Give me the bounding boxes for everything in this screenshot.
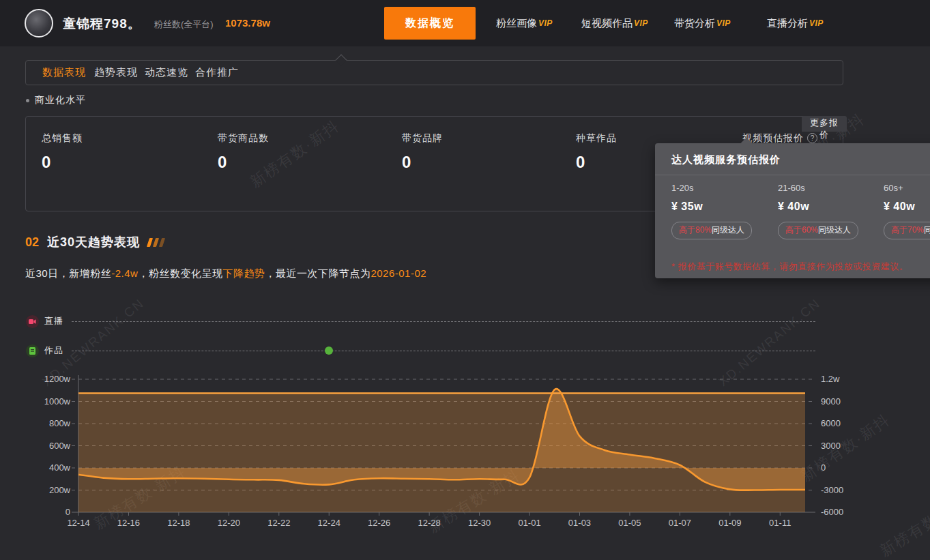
y-axis-right-label: 9000 bbox=[821, 396, 841, 407]
nav-item-short-videos[interactable]: 短视频作品VIP bbox=[581, 0, 648, 46]
slashes-icon bbox=[148, 238, 166, 247]
trend-section-header: 02 近30天趋势表现 bbox=[25, 235, 166, 250]
timeline-row-works: 作品 bbox=[26, 344, 63, 357]
stat-label: 总销售额 bbox=[42, 132, 83, 145]
price-value: ¥ 40w bbox=[884, 201, 930, 213]
stat-value: 0 bbox=[218, 153, 269, 172]
commerce-section-header: 商业化水平 bbox=[26, 94, 86, 106]
x-axis-label: 12-26 bbox=[359, 518, 400, 528]
price-value: ¥ 40w bbox=[778, 201, 880, 213]
timeline-row-live: 直播 bbox=[26, 314, 63, 328]
y-axis-right-label: -3000 bbox=[821, 485, 843, 495]
peer-comparison-badge: 高于60%同级达人 bbox=[778, 222, 858, 239]
nav-label: 短视频作品 bbox=[581, 17, 633, 30]
subtab-bar: 数据表现趋势表现动态速览合作推广 bbox=[25, 60, 843, 85]
nav-label: 带货分析 bbox=[674, 17, 715, 30]
y-axis-left-label: 400w bbox=[23, 462, 70, 473]
topbar: 童锦程798。 粉丝数(全平台) 1073.78w 数据概览粉丝画像VIP短视频… bbox=[0, 0, 930, 46]
plain-text: 近30日，新增粉丝 bbox=[25, 267, 111, 279]
tab-2[interactable]: 动态速览 bbox=[145, 61, 188, 85]
y-axis-left-label: 1000w bbox=[23, 396, 70, 407]
plain-text: ，粉丝数变化呈现 bbox=[138, 267, 222, 279]
y-axis-left-label: 800w bbox=[23, 418, 70, 428]
price-value: ¥ 35w bbox=[671, 201, 774, 213]
x-axis-label: 01-07 bbox=[659, 518, 700, 528]
stat-item: 带货品牌0 bbox=[402, 132, 443, 172]
y-axis-left-label: 200w bbox=[23, 485, 70, 495]
stat-label: 种草作品 bbox=[576, 132, 617, 145]
plain-text: ，最近一次下降节点为 bbox=[265, 267, 370, 279]
peer-comparison-badge: 高于80%同级达人 bbox=[671, 222, 752, 239]
x-axis-label: 12-14 bbox=[58, 518, 99, 528]
stat-item: 总销售额0 bbox=[42, 132, 83, 172]
y-axis-right-label: -6000 bbox=[821, 507, 843, 517]
x-axis-label: 01-01 bbox=[509, 518, 550, 528]
duration-label: 21-60s bbox=[778, 183, 880, 193]
stat-item: 种草作品0 bbox=[576, 132, 617, 172]
y-axis-right-label: 3000 bbox=[821, 441, 841, 451]
timeline-row-label: 作品 bbox=[44, 344, 63, 357]
y-axis-right-label: 1.2w bbox=[821, 374, 839, 384]
stat-value: 0 bbox=[402, 153, 443, 172]
stat-label: 带货品牌 bbox=[402, 132, 443, 145]
nav-item-overview[interactable]: 数据概览 bbox=[384, 7, 476, 40]
y-axis-left-label: 600w bbox=[23, 441, 70, 451]
works-icon bbox=[26, 344, 39, 357]
nav-item-sales-analysis[interactable]: 带货分析VIP bbox=[674, 0, 731, 46]
x-axis-label: 01-11 bbox=[759, 518, 800, 528]
x-axis-label: 12-24 bbox=[308, 518, 349, 528]
y-axis-right-label: 0 bbox=[821, 462, 826, 473]
nav-label: 直播分析 bbox=[767, 17, 808, 30]
live-icon bbox=[26, 315, 39, 328]
tab-0[interactable]: 数据表现 bbox=[42, 61, 86, 85]
popup-disclaimer: * 报价基于账号数据估算，请勿直接作为投放或投资建议。 bbox=[671, 261, 908, 273]
bullet-dot-icon bbox=[26, 99, 29, 102]
app-root: 新榜有数·新抖新榜有数·新抖XD.NEWRANK.CNXD.NEWRANK.CN… bbox=[0, 0, 930, 560]
highlight-text: -2.4w bbox=[111, 267, 138, 279]
section-number: 02 bbox=[25, 235, 39, 250]
y-axis-right-label: 6000 bbox=[821, 418, 841, 428]
x-axis-label: 12-22 bbox=[259, 518, 300, 528]
popup-divider bbox=[655, 175, 930, 175]
more-quotes-button[interactable]: 更多报价 bbox=[802, 116, 847, 132]
popup-price-column: 21-60s¥ 40w高于60%同级达人 bbox=[778, 183, 880, 239]
x-axis-label: 12-20 bbox=[208, 518, 249, 528]
highlight-text: 2026-01-02 bbox=[370, 267, 426, 279]
tab-3[interactable]: 合作推广 bbox=[195, 61, 239, 85]
nav-label: 粉丝画像 bbox=[496, 17, 537, 30]
x-axis-label: 01-03 bbox=[559, 518, 600, 528]
main-nav: 数据概览粉丝画像VIP短视频作品VIP带货分析VIP直播分析VIP bbox=[0, 0, 930, 46]
vip-badge: VIP bbox=[809, 18, 824, 28]
nav-item-fans-portrait[interactable]: 粉丝画像VIP bbox=[496, 0, 553, 46]
vip-badge: VIP bbox=[538, 18, 553, 28]
timeline-row-label: 直播 bbox=[44, 315, 63, 327]
stat-item: 带货商品数0 bbox=[218, 132, 269, 172]
y-axis-left-label: 1200w bbox=[23, 374, 70, 384]
duration-label: 60s+ bbox=[884, 183, 930, 193]
price-popup: 达人视频服务预估报价 1-20s¥ 35w高于80%同级达人21-60s¥ 40… bbox=[655, 143, 930, 278]
vip-badge: VIP bbox=[716, 18, 731, 28]
popup-price-column: 60s+¥ 40w高于70%同级达人 bbox=[884, 183, 930, 239]
y-axis-left-label: 0 bbox=[23, 507, 70, 517]
section-title: 近30天趋势表现 bbox=[47, 234, 140, 250]
x-axis-label: 01-09 bbox=[710, 518, 751, 528]
stat-value: 0 bbox=[42, 153, 83, 172]
x-axis-label: 12-28 bbox=[409, 518, 450, 528]
tab-1[interactable]: 趋势表现 bbox=[94, 61, 138, 85]
trend-description: 近30日，新增粉丝-2.4w，粉丝数变化呈现下降趋势，最近一次下降节点为2026… bbox=[25, 267, 426, 280]
x-axis-label: 12-16 bbox=[108, 518, 149, 528]
peer-comparison-badge: 高于70%同级达人 bbox=[884, 222, 930, 239]
duration-label: 1-20s bbox=[671, 183, 774, 193]
highlight-text: 下降趋势 bbox=[222, 267, 265, 279]
nav-label: 数据概览 bbox=[405, 16, 454, 31]
stat-value: 0 bbox=[576, 153, 617, 172]
x-axis-label: 12-30 bbox=[459, 518, 500, 528]
nav-item-live-analysis[interactable]: 直播分析VIP bbox=[767, 0, 824, 46]
popup-price-column: 1-20s¥ 35w高于80%同级达人 bbox=[671, 183, 774, 239]
x-axis-label: 01-05 bbox=[609, 518, 650, 528]
popup-title: 达人视频服务预估报价 bbox=[671, 153, 781, 166]
commerce-section-label: 商业化水平 bbox=[35, 94, 86, 106]
help-icon[interactable]: ? bbox=[807, 133, 817, 143]
stat-label: 带货商品数 bbox=[218, 132, 269, 145]
vip-badge: VIP bbox=[634, 18, 648, 28]
